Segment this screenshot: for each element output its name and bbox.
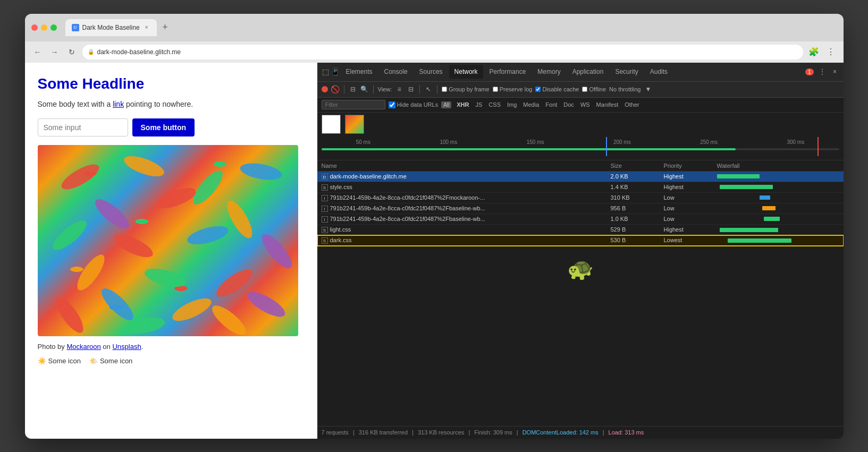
view-large-button[interactable]: ⊟ xyxy=(407,85,415,93)
forward-button[interactable]: → xyxy=(48,46,61,58)
row-icon: D xyxy=(322,174,328,180)
unsplash-link[interactable]: Unsplash xyxy=(112,343,141,351)
toolbar-separator-4 xyxy=(437,85,437,93)
extensions-button[interactable]: 🧩 xyxy=(807,46,820,58)
mockaroon-link[interactable]: Mockaroon xyxy=(66,343,100,351)
photo-credit: Photo by Mockaroon on Unsplash. xyxy=(38,343,305,351)
type-xhr[interactable]: XHR xyxy=(454,101,471,108)
type-manifest[interactable]: Manifest xyxy=(594,101,621,108)
new-tab-button[interactable]: + xyxy=(159,21,172,34)
row-priority: Highest xyxy=(664,226,717,233)
devtools-more-button[interactable]: ⋮ xyxy=(818,67,827,76)
clear-button[interactable]: 🚫 xyxy=(331,85,340,93)
offline-checkbox[interactable]: Offline xyxy=(582,86,606,92)
table-row[interactable]: I791b2241-459b-4a2e-8cca-c0fdc21f0487%2F… xyxy=(317,193,844,203)
body-link[interactable]: link xyxy=(113,100,124,108)
tab-application[interactable]: Application xyxy=(567,65,609,79)
waterfall-bar-container xyxy=(717,226,839,233)
row-priority: Low xyxy=(664,205,717,212)
throttling-dropdown[interactable]: ▼ xyxy=(644,85,652,93)
type-img[interactable]: Img xyxy=(505,101,519,108)
network-container: 50 ms 100 ms 150 ms 200 ms 250 ms 300 ms xyxy=(317,113,844,439)
row-icon: I xyxy=(322,206,328,212)
preserve-log-checkbox[interactable]: Preserve log xyxy=(493,86,533,92)
svg-point-8 xyxy=(111,230,155,261)
waterfall-bar-container xyxy=(717,184,839,191)
table-row[interactable]: Slight.css 529 B Highest xyxy=(317,225,844,235)
svg-point-6 xyxy=(222,197,256,241)
row-size: 1.4 KB xyxy=(611,184,664,191)
sun-icon-2: 🌤️ xyxy=(89,357,98,365)
turtle-area: 🐢 xyxy=(317,246,844,292)
timeline-marker-250ms: 250 ms xyxy=(700,139,718,145)
address-bar[interactable]: 🔒 dark-mode-baseline.glitch.me xyxy=(82,45,803,59)
devtools-inspect-button[interactable]: ⬚ xyxy=(322,67,330,76)
nav-bar: ← → ↻ 🔒 dark-mode-baseline.glitch.me 🧩 ⋮ xyxy=(25,41,844,63)
close-button[interactable] xyxy=(31,24,38,31)
filter-toggle[interactable]: ⊟ xyxy=(349,85,357,93)
group-by-frame-checkbox[interactable]: Group by frame xyxy=(442,86,489,92)
disable-cache-checkbox[interactable]: Disable cache xyxy=(535,86,579,92)
tab-elements[interactable]: Elements xyxy=(341,65,378,79)
some-input[interactable] xyxy=(38,118,128,137)
menu-button[interactable]: ⋮ xyxy=(824,46,837,58)
table-row[interactable]: I791b2241-459b-4a2e-8cca-c0fdc21f0487%2F… xyxy=(317,214,844,225)
type-doc[interactable]: Doc xyxy=(561,101,576,108)
type-filters: XHR JS CSS Img Media Font Doc WS Manifes… xyxy=(454,101,641,108)
browser-tab[interactable]: D Dark Mode Baseline × xyxy=(65,19,157,36)
devtools-device-button[interactable]: 📱 xyxy=(331,67,340,76)
svg-point-11 xyxy=(72,251,109,294)
devtools-panel: ⬚ 📱 Elements Console Sources Network Per… xyxy=(317,63,844,439)
devtools-close-button[interactable]: × xyxy=(831,67,839,76)
status-resources: 313 KB resources xyxy=(418,429,464,436)
tab-audits[interactable]: Audits xyxy=(645,65,673,79)
table-row[interactable]: Ddark-mode-baseline.glitch.me 2.0 KB Hig… xyxy=(317,172,844,182)
table-row[interactable]: I791b2241-459b-4a2e-8cca-c0fdc21f0487%2F… xyxy=(317,203,844,214)
filter-input[interactable] xyxy=(322,100,385,109)
search-button[interactable]: 🔍 xyxy=(360,85,369,93)
minimize-button[interactable] xyxy=(41,24,47,31)
tab-console[interactable]: Console xyxy=(379,65,413,79)
table-row[interactable]: Sstyle.css 1.4 KB Highest xyxy=(317,182,844,193)
timeline-marker-300ms: 300 ms xyxy=(787,139,804,145)
refresh-button[interactable]: ↻ xyxy=(65,46,78,58)
some-button[interactable]: Some button xyxy=(132,118,195,137)
nav-actions: 🧩 ⋮ xyxy=(807,46,837,58)
col-priority: Priority xyxy=(664,163,717,169)
toolbar-separator-3 xyxy=(419,85,420,93)
timeline-thumb-candy xyxy=(345,115,364,134)
traffic-lights xyxy=(31,24,57,31)
maximize-button[interactable] xyxy=(50,24,57,31)
tab-close-button[interactable]: × xyxy=(143,24,150,31)
tab-security[interactable]: Security xyxy=(610,65,643,79)
waterfall-bar-container xyxy=(717,173,839,180)
tab-performance[interactable]: Performance xyxy=(484,65,532,79)
toolbar-separator-1 xyxy=(344,85,344,93)
type-other[interactable]: Other xyxy=(622,101,642,108)
all-filter-badge[interactable]: All xyxy=(441,101,451,108)
hide-data-urls-checkbox[interactable]: Hide data URLs xyxy=(389,101,439,108)
type-ws[interactable]: WS xyxy=(578,101,592,108)
record-button[interactable] xyxy=(322,86,328,92)
toolbar-separator-2 xyxy=(373,85,374,93)
row-priority: Low xyxy=(664,194,717,201)
tab-network[interactable]: Network xyxy=(449,65,483,79)
svg-point-9 xyxy=(185,223,230,248)
cursor-button[interactable]: ↖ xyxy=(424,85,433,93)
address-text: dark-mode-baseline.glitch.me xyxy=(97,48,181,56)
svg-point-3 xyxy=(239,160,283,182)
back-button[interactable]: ← xyxy=(31,46,44,58)
type-media[interactable]: Media xyxy=(521,101,541,108)
table-row-dark-css[interactable]: Sdark.css 530 B Lowest xyxy=(317,235,844,246)
type-js[interactable]: JS xyxy=(474,101,485,108)
svg-point-5 xyxy=(153,184,198,212)
view-list-button[interactable]: ≡ xyxy=(395,85,403,93)
timeline-progress-bar xyxy=(322,148,839,150)
tab-sources[interactable]: Sources xyxy=(414,65,448,79)
type-font[interactable]: Font xyxy=(543,101,559,108)
main-area: Some Headline Some body text with a link… xyxy=(25,63,844,439)
tab-memory[interactable]: Memory xyxy=(532,65,566,79)
no-throttling-label: No throttling xyxy=(609,86,641,92)
waterfall-bar-container xyxy=(717,194,839,201)
type-css[interactable]: CSS xyxy=(486,101,503,108)
